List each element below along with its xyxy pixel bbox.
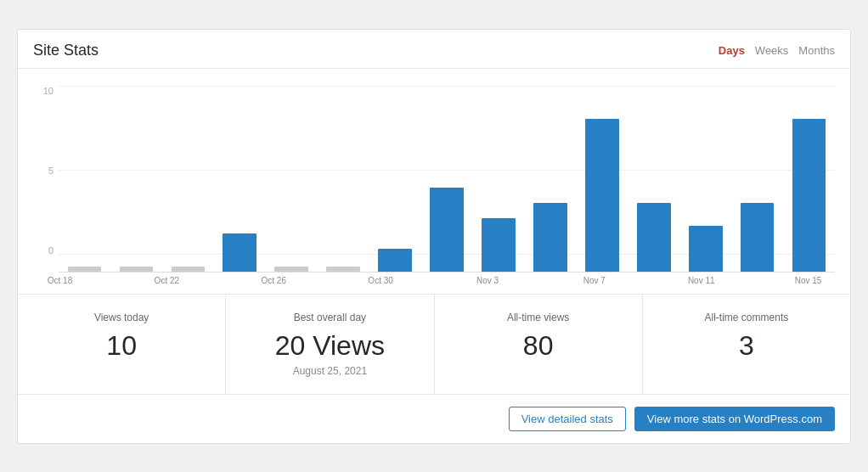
x-label: [194, 276, 247, 285]
bar: [378, 249, 412, 272]
bar-group: [110, 103, 162, 272]
x-label: Oct 26: [247, 276, 301, 285]
bar: [68, 267, 102, 271]
bar-group: [628, 103, 679, 272]
view-wordpress-stats-button[interactable]: View more stats on WordPress.com: [634, 407, 835, 431]
site-stats-container: Site Stats Days Weeks Months 10 5 0: [17, 29, 851, 444]
bar-group: [473, 103, 525, 272]
y-label-top: 10: [43, 86, 54, 96]
period-days-button[interactable]: Days: [719, 44, 745, 57]
header: Site Stats Days Weeks Months: [18, 30, 850, 68]
period-weeks-button[interactable]: Weeks: [755, 44, 789, 57]
y-label-mid: 5: [48, 166, 54, 176]
bar: [533, 203, 567, 272]
views-today-cell: Views today 10: [18, 295, 226, 394]
footer-row: View detailed stats View more stats on W…: [18, 394, 850, 443]
bar-group: [421, 103, 473, 272]
bar: [430, 188, 464, 272]
x-label: Nov 3: [461, 276, 515, 285]
x-labels: Oct 18Oct 22Oct 26Oct 30Nov 3Nov 7Nov 11…: [33, 276, 835, 285]
bar-group: [524, 103, 576, 272]
bars-area: [59, 86, 835, 273]
bar-group: [59, 103, 110, 272]
bar-group: [369, 103, 421, 272]
x-label: [301, 276, 354, 285]
bar: [792, 119, 826, 272]
bar: [482, 218, 516, 272]
x-label: [728, 276, 781, 285]
bar-group: [731, 103, 783, 272]
bar-group: [679, 103, 731, 272]
all-time-comments-value: 3: [658, 330, 835, 362]
bar: [637, 203, 671, 272]
all-time-comments-cell: All-time comments 3: [643, 295, 850, 394]
chart-area: 10 5 0 Oct 18Oct 22Oct 26Oct 30Nov 3Nov …: [18, 68, 850, 294]
bar: [120, 267, 154, 271]
x-label: Nov 11: [674, 276, 728, 285]
bar: [741, 203, 775, 272]
y-label-bottom: 0: [48, 245, 54, 256]
x-label: [621, 276, 674, 285]
bar: [585, 119, 619, 272]
y-axis: 10 5 0: [33, 86, 59, 273]
gridline-top: [59, 86, 835, 87]
x-label: Nov 7: [567, 276, 621, 285]
bar: [326, 267, 360, 271]
x-label: [87, 276, 140, 285]
chart-wrapper: 10 5 0: [33, 86, 835, 273]
all-time-comments-label: All-time comments: [658, 312, 835, 323]
view-detailed-stats-button[interactable]: View detailed stats: [509, 407, 626, 431]
best-day-cell: Best overall day 20 Views August 25, 202…: [226, 295, 434, 394]
x-label: Nov 15: [781, 276, 835, 285]
stats-row: Views today 10 Best overall day 20 Views…: [18, 294, 850, 394]
bar: [223, 233, 256, 272]
bar: [274, 267, 308, 271]
bar-group: [214, 103, 266, 272]
bar-group: [576, 103, 628, 272]
x-label: Oct 22: [140, 276, 194, 285]
best-day-label: Best overall day: [241, 312, 418, 323]
bar-group: [783, 103, 835, 272]
bar: [172, 267, 206, 271]
bars-container: [59, 103, 835, 272]
best-day-value: 20 Views: [241, 330, 418, 362]
best-day-date: August 25, 2021: [241, 365, 418, 377]
x-label: [514, 276, 567, 285]
bar-group: [318, 103, 369, 272]
all-time-views-label: All-time views: [450, 312, 627, 323]
bar-group: [266, 103, 318, 272]
bar-group: [162, 103, 214, 272]
all-time-views-cell: All-time views 80: [435, 295, 643, 394]
views-today-label: Views today: [33, 312, 210, 323]
period-nav: Days Weeks Months: [719, 44, 835, 57]
x-label: Oct 18: [33, 276, 87, 285]
x-label: Oct 30: [354, 276, 408, 285]
period-months-button[interactable]: Months: [798, 44, 835, 57]
all-time-views-value: 80: [450, 330, 627, 362]
page-title: Site Stats: [33, 42, 99, 59]
x-label: [408, 276, 461, 285]
views-today-value: 10: [33, 330, 210, 362]
bar: [689, 226, 723, 272]
